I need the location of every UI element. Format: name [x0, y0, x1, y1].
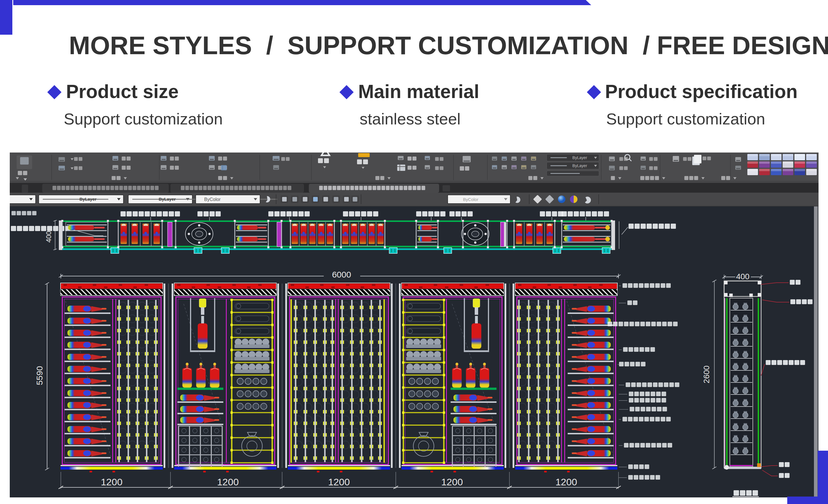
svg-text:1200: 1200 — [441, 476, 463, 487]
svg-text:1200: 1200 — [217, 476, 239, 487]
svg-text:6000: 6000 — [332, 270, 351, 279]
svg-text:ByColor: ByColor — [463, 197, 478, 202]
svg-text:400: 400 — [45, 231, 52, 242]
svg-text:ByLayer: ByLayer — [572, 164, 587, 168]
svg-text:1200: 1200 — [101, 476, 123, 487]
svg-text:ByLayer: ByLayer — [159, 197, 176, 201]
svg-text:ByLayer: ByLayer — [80, 197, 96, 201]
svg-text:1200: 1200 — [555, 476, 577, 487]
svg-text:400: 400 — [736, 272, 750, 281]
svg-text:ByColor: ByColor — [204, 197, 221, 202]
svg-text:2600: 2600 — [702, 366, 711, 383]
svg-text:1200: 1200 — [328, 476, 350, 487]
svg-text:5590: 5590 — [35, 366, 44, 385]
svg-text:ByLayer: ByLayer — [572, 155, 587, 160]
